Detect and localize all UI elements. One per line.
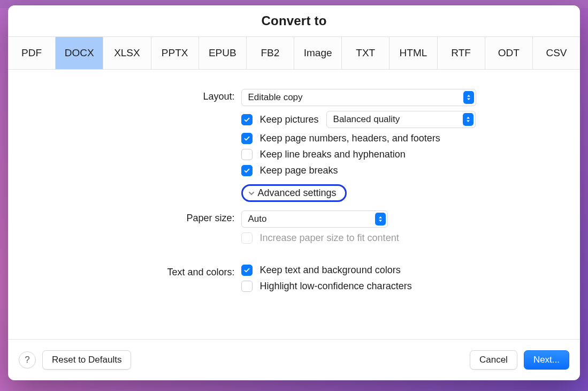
reset-defaults-button[interactable]: Reset to Defaults	[42, 350, 131, 370]
keep-colors-checkbox[interactable]	[241, 265, 253, 276]
tab-rtf[interactable]: RTF	[438, 37, 485, 69]
picture-quality-value: Balanced quality	[333, 114, 400, 125]
increase-paper-checkbox	[241, 232, 253, 244]
keep-linebreaks-checkbox[interactable]	[241, 149, 253, 160]
tab-odt[interactable]: ODT	[485, 37, 533, 69]
tab-docx[interactable]: DOCX	[56, 37, 103, 69]
chevron-down-icon	[248, 190, 255, 197]
keep-pagebreaks-label[interactable]: Keep page breaks	[260, 165, 338, 176]
check-icon	[243, 116, 250, 123]
updown-icon	[375, 213, 386, 225]
cancel-button[interactable]: Cancel	[470, 350, 517, 370]
tab-fb2[interactable]: FB2	[247, 37, 294, 69]
highlight-low-label[interactable]: Highlight low-confidence characters	[260, 281, 412, 292]
dialog-footer: ? Reset to Defaults Cancel Next...	[8, 339, 580, 380]
check-icon	[243, 135, 250, 142]
format-tabs: PDF DOCX XLSX PPTX EPUB FB2 Image TXT HT…	[8, 36, 580, 70]
picture-quality-select[interactable]: Balanced quality	[326, 111, 476, 128]
keep-linebreaks-label[interactable]: Keep line breaks and hyphenation	[260, 149, 406, 160]
check-icon	[243, 267, 250, 274]
paper-size-select[interactable]: Auto	[241, 210, 388, 228]
updown-icon	[463, 91, 474, 104]
keep-headers-label[interactable]: Keep page numbers, headers, and footers	[260, 133, 440, 144]
keep-headers-checkbox[interactable]	[241, 133, 253, 144]
keep-pictures-checkbox[interactable]	[241, 114, 253, 125]
dialog-content: Layout: Editable copy Keep pictures	[8, 70, 580, 339]
layout-label: Layout:	[203, 89, 234, 102]
increase-paper-label: Increase paper size to fit content	[260, 232, 399, 244]
help-button[interactable]: ?	[19, 351, 36, 369]
tab-txt[interactable]: TXT	[342, 37, 390, 69]
layout-select[interactable]: Editable copy	[241, 89, 476, 106]
tab-image[interactable]: Image	[294, 37, 342, 69]
tab-xlsx[interactable]: XLSX	[103, 37, 151, 69]
highlight-low-checkbox[interactable]	[241, 281, 253, 292]
tab-html[interactable]: HTML	[390, 37, 437, 69]
paper-size-value: Auto	[248, 214, 267, 224]
keep-pagebreaks-checkbox[interactable]	[241, 165, 253, 176]
dialog-title: Convert to	[8, 5, 580, 36]
check-icon	[243, 167, 250, 174]
convert-dialog: Convert to PDF DOCX XLSX PPTX EPUB FB2 I…	[8, 5, 580, 380]
keep-pictures-label[interactable]: Keep pictures	[260, 114, 319, 125]
tab-pdf[interactable]: PDF	[8, 37, 56, 69]
advanced-settings-toggle[interactable]: Advanced settings	[241, 184, 347, 202]
tab-pptx[interactable]: PPTX	[151, 37, 199, 69]
text-colors-label: Text and colors:	[167, 265, 234, 278]
keep-colors-label[interactable]: Keep text and background colors	[260, 265, 401, 276]
advanced-settings-label: Advanced settings	[258, 187, 337, 199]
next-button[interactable]: Next...	[524, 350, 569, 370]
updown-icon	[463, 113, 474, 126]
paper-size-label: Paper size:	[186, 210, 234, 224]
layout-select-value: Editable copy	[248, 92, 303, 103]
tab-epub[interactable]: EPUB	[199, 37, 247, 69]
tab-csv[interactable]: CSV	[533, 37, 580, 69]
